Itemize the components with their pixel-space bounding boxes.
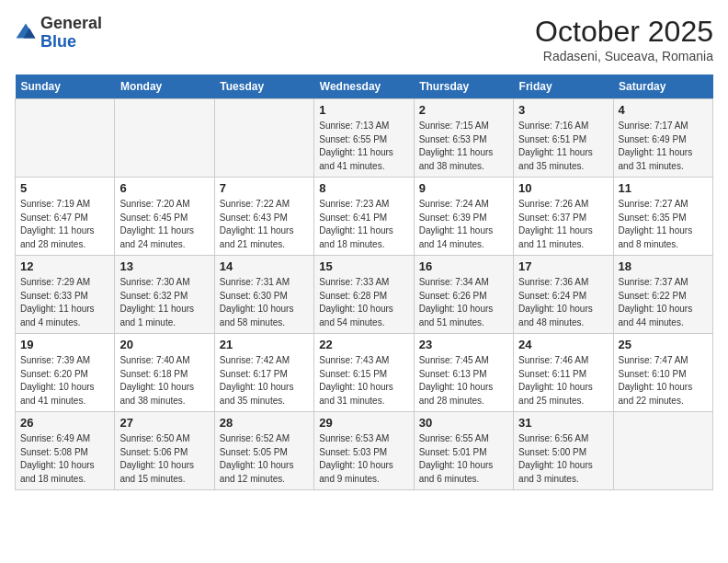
day-cell: 15Sunrise: 7:33 AM Sunset: 6:28 PM Dayli… [314,256,414,334]
day-number: 7 [220,181,309,195]
day-info: Sunrise: 7:34 AM Sunset: 6:26 PM Dayligh… [419,276,508,329]
weekday-header-friday: Friday [514,75,613,99]
page-header: General Blue October 2025 Radaseni, Suce… [15,15,713,63]
day-cell: 28Sunrise: 6:52 AM Sunset: 5:05 PM Dayli… [214,412,313,490]
day-info: Sunrise: 6:49 AM Sunset: 5:08 PM Dayligh… [20,432,109,486]
day-number: 1 [319,103,408,117]
week-row-3: 12Sunrise: 7:29 AM Sunset: 6:33 PM Dayli… [16,256,713,334]
weekday-row: SundayMondayTuesdayWednesdayThursdayFrid… [16,75,713,99]
day-number: 30 [419,416,508,430]
day-cell: 17Sunrise: 7:36 AM Sunset: 6:24 PM Dayli… [514,256,613,334]
day-cell: 3Sunrise: 7:16 AM Sunset: 6:51 PM Daylig… [514,99,613,178]
day-number: 5 [20,181,109,195]
logo-text: General Blue [40,15,102,52]
day-cell: 2Sunrise: 7:15 AM Sunset: 6:53 PM Daylig… [414,99,513,178]
day-cell: 21Sunrise: 7:42 AM Sunset: 6:17 PM Dayli… [214,334,313,412]
day-number: 17 [518,259,608,273]
day-number: 11 [619,181,708,195]
day-info: Sunrise: 7:31 AM Sunset: 6:30 PM Dayligh… [220,276,309,329]
day-info: Sunrise: 7:19 AM Sunset: 6:47 PM Dayligh… [20,198,109,251]
logo-general: General [40,14,102,32]
day-cell [16,99,115,178]
day-info: Sunrise: 7:47 AM Sunset: 6:10 PM Dayligh… [619,354,708,408]
week-row-5: 26Sunrise: 6:49 AM Sunset: 5:08 PM Dayli… [16,412,713,490]
day-number: 20 [119,338,209,351]
weekday-header-saturday: Saturday [613,75,712,99]
day-number: 18 [619,259,708,273]
day-info: Sunrise: 7:33 AM Sunset: 6:28 PM Dayligh… [319,276,408,329]
month-title: October 2025 [535,15,713,49]
day-info: Sunrise: 7:29 AM Sunset: 6:33 PM Dayligh… [20,276,109,329]
day-number: 23 [419,338,508,351]
day-cell: 31Sunrise: 6:56 AM Sunset: 5:00 PM Dayli… [514,412,613,490]
day-number: 24 [518,338,608,351]
day-info: Sunrise: 7:27 AM Sunset: 6:35 PM Dayligh… [619,198,708,251]
calendar-table: SundayMondayTuesdayWednesdayThursdayFrid… [15,75,713,490]
weekday-header-sunday: Sunday [16,75,115,99]
day-number: 31 [518,416,608,430]
day-cell: 22Sunrise: 7:43 AM Sunset: 6:15 PM Dayli… [314,334,414,412]
day-cell: 12Sunrise: 7:29 AM Sunset: 6:33 PM Dayli… [16,256,115,334]
day-cell: 25Sunrise: 7:47 AM Sunset: 6:10 PM Dayli… [613,334,712,412]
day-info: Sunrise: 6:55 AM Sunset: 5:01 PM Dayligh… [419,432,508,486]
day-number: 25 [619,338,708,351]
day-cell: 5Sunrise: 7:19 AM Sunset: 6:47 PM Daylig… [16,178,115,256]
day-info: Sunrise: 7:36 AM Sunset: 6:24 PM Dayligh… [518,276,608,329]
day-number: 8 [319,181,408,195]
day-info: Sunrise: 7:17 AM Sunset: 6:49 PM Dayligh… [619,120,708,173]
day-number: 22 [319,338,408,351]
logo-icon [15,22,37,44]
day-cell: 19Sunrise: 7:39 AM Sunset: 6:20 PM Dayli… [16,334,115,412]
day-info: Sunrise: 7:22 AM Sunset: 6:43 PM Dayligh… [220,198,309,251]
day-cell: 24Sunrise: 7:46 AM Sunset: 6:11 PM Dayli… [514,334,613,412]
location-subtitle: Radaseni, Suceava, Romania [535,49,713,63]
weekday-header-tuesday: Tuesday [214,75,313,99]
week-row-4: 19Sunrise: 7:39 AM Sunset: 6:20 PM Dayli… [16,334,713,412]
day-info: Sunrise: 7:45 AM Sunset: 6:13 PM Dayligh… [419,354,508,408]
day-info: Sunrise: 7:46 AM Sunset: 6:11 PM Dayligh… [518,354,608,408]
day-info: Sunrise: 7:42 AM Sunset: 6:17 PM Dayligh… [220,354,309,408]
weekday-header-thursday: Thursday [414,75,513,99]
day-info: Sunrise: 7:26 AM Sunset: 6:37 PM Dayligh… [518,198,608,251]
day-cell: 9Sunrise: 7:24 AM Sunset: 6:39 PM Daylig… [414,178,513,256]
day-cell: 18Sunrise: 7:37 AM Sunset: 6:22 PM Dayli… [613,256,712,334]
day-number: 15 [319,259,408,273]
day-info: Sunrise: 6:53 AM Sunset: 5:03 PM Dayligh… [319,432,408,486]
day-info: Sunrise: 7:40 AM Sunset: 6:18 PM Dayligh… [119,354,209,408]
day-cell: 11Sunrise: 7:27 AM Sunset: 6:35 PM Dayli… [613,178,712,256]
day-number: 6 [119,181,209,195]
day-info: Sunrise: 6:50 AM Sunset: 5:06 PM Dayligh… [119,432,209,486]
day-number: 26 [20,416,109,430]
day-info: Sunrise: 7:20 AM Sunset: 6:45 PM Dayligh… [119,198,209,251]
day-info: Sunrise: 7:15 AM Sunset: 6:53 PM Dayligh… [419,120,508,173]
logo-blue: Blue [40,32,76,51]
day-number: 10 [518,181,608,195]
day-cell: 29Sunrise: 6:53 AM Sunset: 5:03 PM Dayli… [314,412,414,490]
calendar-body: 1Sunrise: 7:13 AM Sunset: 6:55 PM Daylig… [16,99,713,490]
day-cell [115,99,214,178]
day-info: Sunrise: 7:30 AM Sunset: 6:32 PM Dayligh… [119,276,209,329]
week-row-1: 1Sunrise: 7:13 AM Sunset: 6:55 PM Daylig… [16,99,713,178]
day-info: Sunrise: 7:37 AM Sunset: 6:22 PM Dayligh… [619,276,708,329]
day-cell: 23Sunrise: 7:45 AM Sunset: 6:13 PM Dayli… [414,334,513,412]
day-cell [214,99,313,178]
day-info: Sunrise: 7:23 AM Sunset: 6:41 PM Dayligh… [319,198,408,251]
day-number: 16 [419,259,508,273]
day-cell: 20Sunrise: 7:40 AM Sunset: 6:18 PM Dayli… [115,334,214,412]
day-number: 12 [20,259,109,273]
day-number: 9 [419,181,508,195]
day-number: 19 [20,338,109,351]
day-cell: 1Sunrise: 7:13 AM Sunset: 6:55 PM Daylig… [314,99,414,178]
day-cell: 6Sunrise: 7:20 AM Sunset: 6:45 PM Daylig… [115,178,214,256]
day-cell: 16Sunrise: 7:34 AM Sunset: 6:26 PM Dayli… [414,256,513,334]
day-cell: 30Sunrise: 6:55 AM Sunset: 5:01 PM Dayli… [414,412,513,490]
day-cell: 27Sunrise: 6:50 AM Sunset: 5:06 PM Dayli… [115,412,214,490]
day-info: Sunrise: 7:43 AM Sunset: 6:15 PM Dayligh… [319,354,408,408]
weekday-header-monday: Monday [115,75,214,99]
weekday-header-wednesday: Wednesday [314,75,414,99]
day-info: Sunrise: 7:39 AM Sunset: 6:20 PM Dayligh… [20,354,109,408]
day-cell [613,412,712,490]
day-number: 28 [220,416,309,430]
day-info: Sunrise: 6:52 AM Sunset: 5:05 PM Dayligh… [220,432,309,486]
day-cell: 4Sunrise: 7:17 AM Sunset: 6:49 PM Daylig… [613,99,712,178]
